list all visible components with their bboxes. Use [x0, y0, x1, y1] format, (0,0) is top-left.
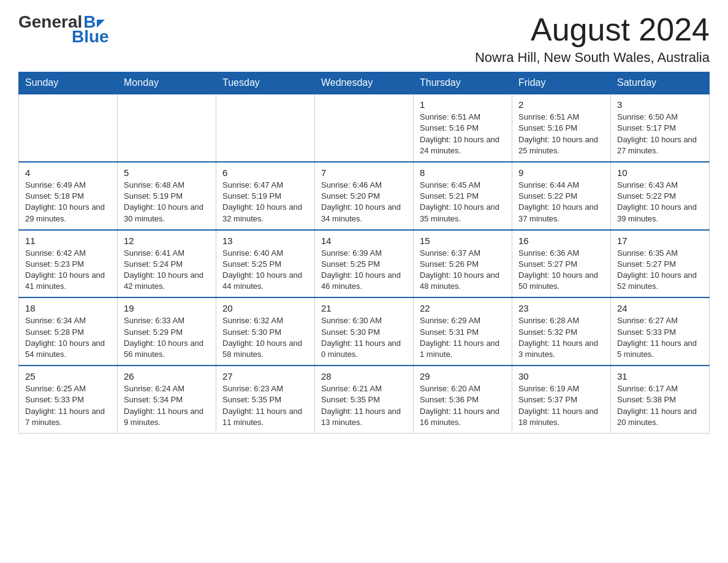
day-info: Sunrise: 6:41 AM Sunset: 5:24 PM Dayligh… — [124, 248, 210, 293]
day-info: Sunrise: 6:47 AM Sunset: 5:19 PM Dayligh… — [222, 180, 308, 224]
day-info: Sunrise: 6:27 AM Sunset: 5:33 PM Dayligh… — [617, 315, 703, 360]
calendar-cell: 1Sunrise: 6:51 AM Sunset: 5:16 PM Daylig… — [414, 94, 512, 162]
day-number: 2 — [518, 99, 604, 110]
day-number: 10 — [617, 167, 703, 178]
title-area: August 2024 Nowra Hill, New South Wales,… — [475, 12, 710, 66]
calendar-cell: 20Sunrise: 6:32 AM Sunset: 5:30 PM Dayli… — [216, 297, 315, 366]
day-info: Sunrise: 6:51 AM Sunset: 5:16 PM Dayligh… — [420, 112, 506, 156]
day-number: 20 — [222, 303, 308, 313]
calendar-cell: 5Sunrise: 6:48 AM Sunset: 5:19 PM Daylig… — [118, 162, 216, 230]
day-info: Sunrise: 6:23 AM Sunset: 5:35 PM Dayligh… — [222, 383, 308, 428]
calendar-cell: 15Sunrise: 6:37 AM Sunset: 5:26 PM Dayli… — [414, 230, 512, 298]
day-number: 26 — [124, 371, 210, 381]
logo: General B Blue — [18, 12, 109, 47]
calendar-cell: 9Sunrise: 6:44 AM Sunset: 5:22 PM Daylig… — [512, 162, 611, 230]
calendar-cell: 17Sunrise: 6:35 AM Sunset: 5:27 PM Dayli… — [611, 230, 710, 298]
day-info: Sunrise: 6:37 AM Sunset: 5:26 PM Dayligh… — [420, 248, 506, 293]
calendar-cell: 31Sunrise: 6:17 AM Sunset: 5:38 PM Dayli… — [611, 366, 710, 433]
day-number: 28 — [321, 371, 407, 381]
calendar-cell: 19Sunrise: 6:33 AM Sunset: 5:29 PM Dayli… — [118, 297, 216, 366]
calendar-cell: 23Sunrise: 6:28 AM Sunset: 5:32 PM Dayli… — [512, 297, 611, 366]
day-number: 1 — [420, 99, 506, 110]
day-info: Sunrise: 6:30 AM Sunset: 5:30 PM Dayligh… — [321, 315, 407, 360]
day-number: 8 — [420, 167, 506, 178]
day-info: Sunrise: 6:35 AM Sunset: 5:27 PM Dayligh… — [617, 248, 703, 293]
calendar-cell: 8Sunrise: 6:45 AM Sunset: 5:21 PM Daylig… — [414, 162, 512, 230]
calendar-cell: 29Sunrise: 6:20 AM Sunset: 5:36 PM Dayli… — [414, 366, 512, 433]
day-info: Sunrise: 6:28 AM Sunset: 5:32 PM Dayligh… — [518, 315, 604, 360]
calendar-cell: 26Sunrise: 6:24 AM Sunset: 5:34 PM Dayli… — [118, 366, 216, 433]
location-subtitle: Nowra Hill, New South Wales, Australia — [475, 50, 710, 66]
day-info: Sunrise: 6:51 AM Sunset: 5:16 PM Dayligh… — [518, 112, 604, 156]
page-header: General B Blue August 2024 Nowra Hill, N… — [18, 12, 710, 66]
day-number: 22 — [420, 303, 506, 313]
day-info: Sunrise: 6:19 AM Sunset: 5:37 PM Dayligh… — [518, 383, 604, 428]
day-info: Sunrise: 6:36 AM Sunset: 5:27 PM Dayligh… — [518, 248, 604, 293]
day-number: 29 — [420, 371, 506, 381]
day-info: Sunrise: 6:34 AM Sunset: 5:28 PM Dayligh… — [25, 315, 111, 360]
day-info: Sunrise: 6:48 AM Sunset: 5:19 PM Dayligh… — [124, 180, 210, 224]
calendar-table: SundayMondayTuesdayWednesdayThursdayFrid… — [18, 72, 710, 434]
day-number: 15 — [420, 236, 506, 246]
calendar-cell: 12Sunrise: 6:41 AM Sunset: 5:24 PM Dayli… — [118, 230, 216, 298]
calendar-cell: 4Sunrise: 6:49 AM Sunset: 5:18 PM Daylig… — [19, 162, 118, 230]
calendar-cell: 11Sunrise: 6:42 AM Sunset: 5:23 PM Dayli… — [19, 230, 118, 298]
day-info: Sunrise: 6:20 AM Sunset: 5:36 PM Dayligh… — [420, 383, 506, 428]
day-number: 17 — [617, 236, 703, 246]
calendar-cell: 25Sunrise: 6:25 AM Sunset: 5:33 PM Dayli… — [19, 366, 118, 433]
day-info: Sunrise: 6:45 AM Sunset: 5:21 PM Dayligh… — [420, 180, 506, 224]
col-header-friday: Friday — [512, 72, 611, 94]
calendar-cell: 24Sunrise: 6:27 AM Sunset: 5:33 PM Dayli… — [611, 297, 710, 366]
calendar-cell — [118, 94, 216, 162]
day-number: 12 — [124, 236, 210, 246]
calendar-cell: 3Sunrise: 6:50 AM Sunset: 5:17 PM Daylig… — [611, 94, 710, 162]
calendar-cell: 2Sunrise: 6:51 AM Sunset: 5:16 PM Daylig… — [512, 94, 611, 162]
calendar-cell: 16Sunrise: 6:36 AM Sunset: 5:27 PM Dayli… — [512, 230, 611, 298]
calendar-week-row: 1Sunrise: 6:51 AM Sunset: 5:16 PM Daylig… — [19, 94, 710, 162]
day-info: Sunrise: 6:40 AM Sunset: 5:25 PM Dayligh… — [222, 248, 308, 293]
day-number: 19 — [124, 303, 210, 313]
calendar-cell: 22Sunrise: 6:29 AM Sunset: 5:31 PM Dayli… — [414, 297, 512, 366]
day-info: Sunrise: 6:29 AM Sunset: 5:31 PM Dayligh… — [420, 315, 506, 360]
col-header-monday: Monday — [118, 72, 216, 94]
day-number: 21 — [321, 303, 407, 313]
calendar-week-row: 18Sunrise: 6:34 AM Sunset: 5:28 PM Dayli… — [19, 297, 710, 366]
calendar-cell: 21Sunrise: 6:30 AM Sunset: 5:30 PM Dayli… — [315, 297, 414, 366]
day-number: 4 — [25, 167, 111, 178]
day-number: 31 — [617, 371, 703, 381]
month-year-title: August 2024 — [475, 12, 710, 47]
day-number: 9 — [518, 167, 604, 178]
calendar-cell — [19, 94, 118, 162]
calendar-week-row: 4Sunrise: 6:49 AM Sunset: 5:18 PM Daylig… — [19, 162, 710, 230]
day-info: Sunrise: 6:43 AM Sunset: 5:22 PM Dayligh… — [617, 180, 703, 224]
day-info: Sunrise: 6:17 AM Sunset: 5:38 PM Dayligh… — [617, 383, 703, 428]
day-number: 25 — [25, 371, 111, 381]
calendar-cell: 7Sunrise: 6:46 AM Sunset: 5:20 PM Daylig… — [315, 162, 414, 230]
calendar-cell: 18Sunrise: 6:34 AM Sunset: 5:28 PM Dayli… — [19, 297, 118, 366]
col-header-thursday: Thursday — [414, 72, 512, 94]
day-number: 14 — [321, 236, 407, 246]
calendar-cell: 10Sunrise: 6:43 AM Sunset: 5:22 PM Dayli… — [611, 162, 710, 230]
calendar-week-row: 11Sunrise: 6:42 AM Sunset: 5:23 PM Dayli… — [19, 230, 710, 298]
day-number: 23 — [518, 303, 604, 313]
calendar-cell: 6Sunrise: 6:47 AM Sunset: 5:19 PM Daylig… — [216, 162, 315, 230]
calendar-cell: 14Sunrise: 6:39 AM Sunset: 5:25 PM Dayli… — [315, 230, 414, 298]
day-number: 13 — [222, 236, 308, 246]
calendar-cell — [216, 94, 315, 162]
day-number: 3 — [617, 99, 703, 110]
day-info: Sunrise: 6:42 AM Sunset: 5:23 PM Dayligh… — [25, 248, 111, 293]
calendar-header-row: SundayMondayTuesdayWednesdayThursdayFrid… — [19, 72, 710, 94]
day-info: Sunrise: 6:21 AM Sunset: 5:35 PM Dayligh… — [321, 383, 407, 428]
day-number: 27 — [222, 371, 308, 381]
calendar-cell: 27Sunrise: 6:23 AM Sunset: 5:35 PM Dayli… — [216, 366, 315, 433]
day-info: Sunrise: 6:39 AM Sunset: 5:25 PM Dayligh… — [321, 248, 407, 293]
day-info: Sunrise: 6:46 AM Sunset: 5:20 PM Dayligh… — [321, 180, 407, 224]
day-number: 11 — [25, 236, 111, 246]
day-info: Sunrise: 6:33 AM Sunset: 5:29 PM Dayligh… — [124, 315, 210, 360]
col-header-wednesday: Wednesday — [315, 72, 414, 94]
calendar-cell — [315, 94, 414, 162]
day-number: 6 — [222, 167, 308, 178]
day-info: Sunrise: 6:50 AM Sunset: 5:17 PM Dayligh… — [617, 112, 703, 156]
day-number: 18 — [25, 303, 111, 313]
day-number: 16 — [518, 236, 604, 246]
